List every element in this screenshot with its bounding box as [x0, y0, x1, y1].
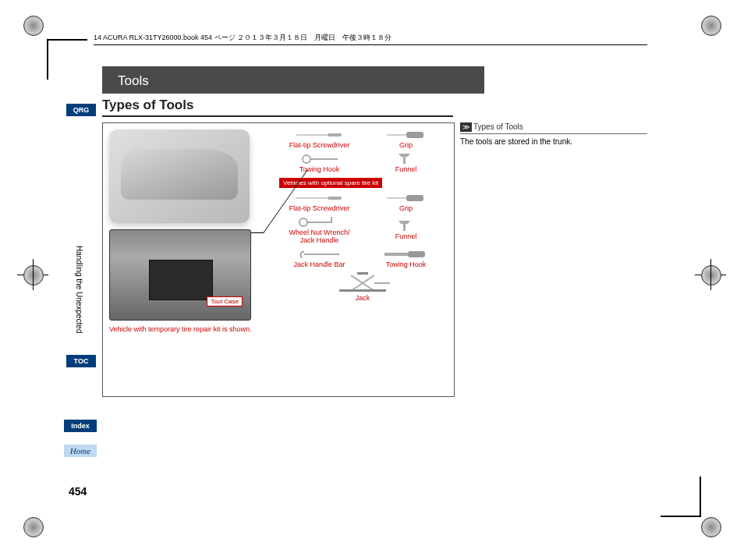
screwdriver-icon — [279, 129, 360, 140]
chapter-label: Handling the Unexpected — [75, 246, 83, 333]
jack-icon — [279, 271, 446, 293]
svg-rect-16 — [403, 224, 406, 231]
home-button[interactable]: Home — [64, 445, 97, 457]
crop-mark-icon — [47, 39, 87, 80]
tool-label: Grip — [366, 204, 446, 212]
svg-rect-2 — [406, 132, 423, 138]
svg-rect-1 — [296, 134, 328, 136]
screwdriver-icon — [279, 193, 360, 204]
side-note: ≫Types of Tools The tools are stored in … — [460, 122, 647, 146]
tool-label: Funnel — [366, 232, 446, 240]
registration-mark-icon — [23, 16, 47, 39]
tool-label: Flat-tip Screwdriver — [279, 141, 360, 149]
svg-rect-0 — [328, 133, 342, 136]
grip-icon — [366, 129, 446, 140]
car-illustration — [109, 129, 250, 223]
tool-label: Flat-tip Screwdriver — [279, 204, 360, 212]
registration-mark-icon — [701, 16, 725, 39]
svg-rect-13 — [307, 222, 331, 223]
grip-icon — [366, 193, 446, 204]
tool-label: Towing Hook — [279, 165, 360, 173]
side-note-title: Types of Tools — [473, 122, 523, 131]
file-header: 14 ACURA RLX-31TY26000.book 454 ページ ２０１３… — [94, 33, 647, 45]
tool-label: Funnel — [366, 165, 446, 173]
tool-label: Towing Hook — [366, 261, 446, 268]
svg-rect-7 — [403, 157, 406, 164]
funnel-icon — [366, 154, 446, 165]
svg-rect-9 — [296, 197, 328, 199]
svg-rect-11 — [387, 197, 406, 199]
svg-rect-22 — [339, 289, 386, 292]
svg-marker-6 — [399, 154, 410, 157]
toc-button[interactable]: TOC — [66, 355, 96, 367]
svg-rect-18 — [384, 253, 408, 256]
note-arrow-icon: ≫ — [460, 122, 472, 132]
svg-rect-14 — [331, 217, 332, 223]
registration-cross-icon — [701, 265, 725, 289]
section-heading: Types of Tools — [102, 97, 453, 117]
jack-handle-bar-icon — [279, 249, 360, 260]
index-button[interactable]: Index — [64, 420, 97, 432]
svg-rect-19 — [408, 251, 425, 257]
towing-hook-icon — [279, 154, 360, 165]
tool-label: Jack Handle Bar — [279, 261, 360, 268]
qrg-button[interactable]: QRG — [66, 104, 96, 116]
svg-rect-5 — [310, 158, 338, 160]
svg-rect-17 — [304, 253, 339, 255]
side-note-body: The tools are stored in the trunk. — [460, 133, 647, 146]
tool-label: Grip — [366, 141, 446, 149]
registration-cross-icon — [23, 265, 47, 289]
wrench-icon — [279, 217, 360, 228]
svg-marker-15 — [399, 221, 410, 224]
diagram-caption: Vehicle with temporary tire repair kit i… — [109, 325, 265, 335]
diagram-container: Tool Case Vehicle with temporary tire re… — [102, 122, 455, 397]
spare-kit-label: Vehicles with optional spare tire kit — [279, 178, 382, 188]
svg-point-4 — [303, 155, 310, 163]
tool-label: Wheel Nut Wrench/ Jack Handle — [279, 229, 360, 244]
towing-hook-icon — [366, 249, 446, 260]
trunk-illustration: Tool Case — [109, 229, 251, 321]
tool-case-label: Tool Case — [207, 296, 243, 307]
page-number: 454 — [69, 485, 87, 498]
funnel-icon — [366, 221, 446, 232]
registration-mark-icon — [701, 517, 725, 541]
tool-label: Jack — [279, 294, 446, 302]
svg-rect-8 — [328, 197, 342, 200]
svg-rect-3 — [387, 134, 406, 136]
svg-rect-23 — [357, 272, 368, 275]
registration-mark-icon — [23, 517, 47, 541]
page-title: Tools — [102, 66, 484, 94]
svg-rect-10 — [406, 195, 423, 201]
svg-point-12 — [299, 218, 307, 226]
crop-mark-icon — [661, 477, 701, 517]
